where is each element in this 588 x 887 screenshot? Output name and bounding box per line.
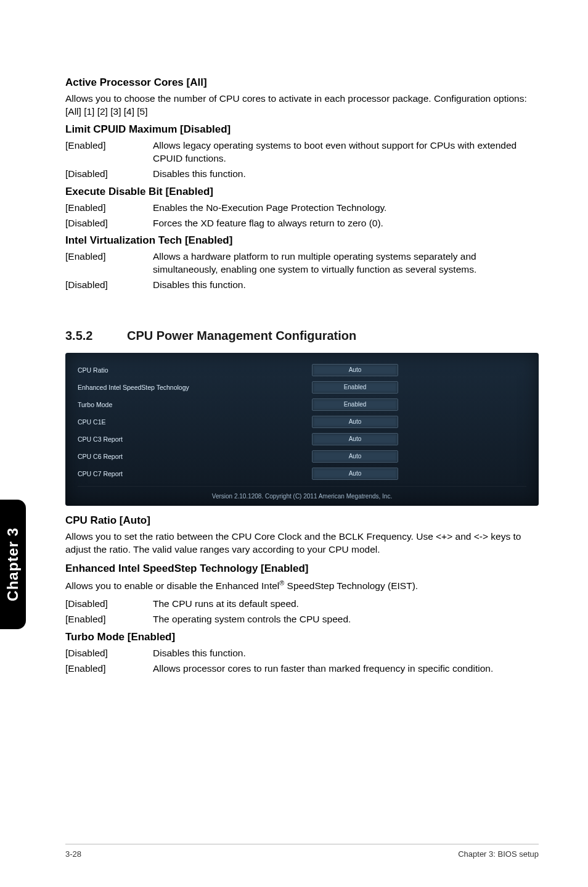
bios-screenshot: CPU Ratio Auto Enhanced Intel SpeedStep … <box>65 353 539 506</box>
heading-intel-virt: Intel Virtualization Tech [Enabled] <box>65 234 539 247</box>
row-turbo-enabled: [Enabled] Allows processor cores to run … <box>65 662 539 675</box>
heading-limit-cpuid: Limit CPUID Maximum [Disabled] <box>65 123 539 136</box>
desc-eist-post: SpeedStep Technology (EIST). <box>284 580 418 591</box>
page-number: 3-28 <box>65 849 81 859</box>
bios-row-turbo: Turbo Mode Enabled <box>78 396 526 413</box>
key: [Disabled] <box>65 217 153 230</box>
val: The operating system controls the CPU sp… <box>153 613 539 626</box>
key: [Enabled] <box>65 202 153 215</box>
val: Allows processor cores to run faster tha… <box>153 662 539 675</box>
key: [Disabled] <box>65 168 153 181</box>
row-eist-disabled: [Disabled] The CPU runs at its default s… <box>65 598 539 611</box>
bios-label: CPU C7 Report <box>78 470 312 477</box>
bios-row-c3: CPU C3 Report Auto <box>78 431 526 448</box>
key: [Disabled] <box>65 279 153 292</box>
val: Disables this function. <box>153 279 539 292</box>
chapter-side-tab-label: Chapter 3 <box>4 527 22 601</box>
val: Enables the No-Execution Page Protection… <box>153 202 539 215</box>
heading-cpu-ratio: CPU Ratio [Auto] <box>65 514 539 527</box>
bios-value: Enabled <box>312 381 398 394</box>
val: Allows legacy operating systems to boot … <box>153 139 539 165</box>
key: [Enabled] <box>65 139 153 165</box>
bios-row-eist: Enhanced Intel SpeedStep Technology Enab… <box>78 379 526 396</box>
bios-label: Enhanced Intel SpeedStep Technology <box>78 384 312 391</box>
key: [Disabled] <box>65 598 153 611</box>
bios-footer: Version 2.10.1208. Copyright (C) 2011 Am… <box>78 486 526 500</box>
row-virt-disabled: [Disabled] Disables this function. <box>65 279 539 292</box>
row-turbo-disabled: [Disabled] Disables this function. <box>65 647 539 660</box>
desc-cpu-ratio: Allows you to set the ratio between the … <box>65 530 539 556</box>
heading-eist: Enhanced Intel SpeedStep Technology [Ena… <box>65 563 539 575</box>
bios-row-c1e: CPU C1E Auto <box>78 413 526 431</box>
val: Allows a hardware platform to run multip… <box>153 250 539 276</box>
bios-label: CPU C1E <box>78 418 312 426</box>
row-exec-enabled: [Enabled] Enables the No-Execution Page … <box>65 202 539 215</box>
bios-row-cpu-ratio: CPU Ratio Auto <box>78 361 526 379</box>
bios-label: CPU C6 Report <box>78 453 312 460</box>
bios-row-c6: CPU C6 Report Auto <box>78 448 526 465</box>
section-3-5-2-header: 3.5.2 CPU Power Management Configuration <box>65 329 539 343</box>
val: The CPU runs at its default speed. <box>153 598 539 611</box>
bios-value: Auto <box>312 364 398 376</box>
heading-active-cores: Active Processor Cores [All] <box>65 76 539 89</box>
chapter-side-tab: Chapter 3 <box>0 500 26 629</box>
desc-active-cores: Allows you to choose the number of CPU c… <box>65 93 539 118</box>
row-exec-disabled: [Disabled] Forces the XD feature flag to… <box>65 217 539 230</box>
page-content: Active Processor Cores [All] Allows you … <box>0 0 588 675</box>
desc-eist-pre: Allows you to enable or disable the Enha… <box>65 580 279 591</box>
key: [Enabled] <box>65 250 153 276</box>
heading-turbo: Turbo Mode [Enabled] <box>65 631 539 643</box>
section-number: 3.5.2 <box>65 329 127 343</box>
bios-value: Enabled <box>312 398 398 411</box>
page-footer: 3-28 Chapter 3: BIOS setup <box>65 844 539 859</box>
row-eist-enabled: [Enabled] The operating system controls … <box>65 613 539 626</box>
row-limit-cpuid-enabled: [Enabled] Allows legacy operating system… <box>65 139 539 165</box>
key: [Disabled] <box>65 647 153 660</box>
val: Forces the XD feature flag to always ret… <box>153 217 539 230</box>
bios-value: Auto <box>312 433 398 445</box>
bios-label: CPU Ratio <box>78 366 312 374</box>
bios-value: Auto <box>312 416 398 428</box>
row-virt-enabled: [Enabled] Allows a hardware platform to … <box>65 250 539 276</box>
desc-eist: Allows you to enable or disable the Enha… <box>65 579 539 593</box>
bios-label: CPU C3 Report <box>78 435 312 443</box>
bios-value: Auto <box>312 450 398 463</box>
row-limit-cpuid-disabled: [Disabled] Disables this function. <box>65 168 539 181</box>
bios-label: Turbo Mode <box>78 401 312 408</box>
val: Disables this function. <box>153 647 539 660</box>
chapter-label: Chapter 3: BIOS setup <box>458 849 539 859</box>
heading-exec-disable: Execute Disable Bit [Enabled] <box>65 186 539 198</box>
section-title: CPU Power Management Configuration <box>127 329 356 343</box>
key: [Enabled] <box>65 662 153 675</box>
val: Disables this function. <box>153 168 539 181</box>
key: [Enabled] <box>65 613 153 626</box>
bios-value: Auto <box>312 468 398 480</box>
bios-row-c7: CPU C7 Report Auto <box>78 465 526 482</box>
